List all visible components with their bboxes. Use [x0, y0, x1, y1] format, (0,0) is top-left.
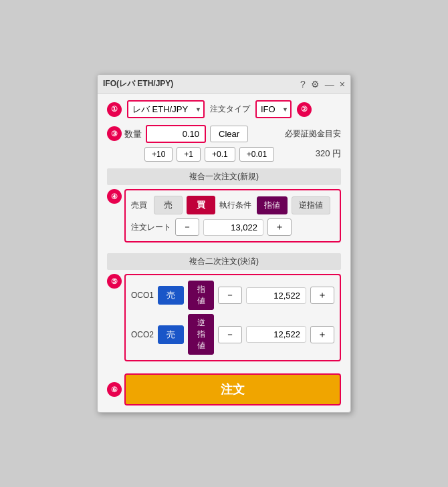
- row-quantity-outer: ③ 数量 Clear 必要証拠金目安 +10 +1 +0.1 +0.01: [107, 125, 341, 164]
- circle-6: ⑥: [107, 382, 122, 397]
- rate-plus-button[interactable]: ＋: [267, 218, 292, 236]
- section-5-outer: ⑤ OCO1 売 指値 － ＋ OCO2 売 逆指値 －: [107, 274, 341, 368]
- title-bar: IFO(レバ ETH/JPY) ? ⚙ — ×: [98, 75, 350, 94]
- quantity-label: 数量: [124, 128, 142, 140]
- symbol-select[interactable]: レバ ETH/JPY: [127, 100, 205, 118]
- oco1-sell-button[interactable]: 売: [158, 286, 184, 305]
- content-area: ① レバ ETH/JPY 注文タイプ IFO ② ③ 数量 Clear: [98, 94, 350, 412]
- sell-button[interactable]: 売: [154, 196, 183, 214]
- gyaku-button[interactable]: 逆指値: [292, 196, 330, 214]
- quick-add-0-1[interactable]: +0.1: [205, 147, 235, 162]
- oco1-sashine-button[interactable]: 指値: [188, 281, 214, 310]
- row-quantity: 数量 Clear 必要証拠金目安: [124, 125, 341, 143]
- oco1-row: OCO1 売 指値 － ＋: [131, 281, 334, 310]
- rate-input[interactable]: [203, 219, 263, 236]
- circle-4: ④: [107, 189, 122, 204]
- circle-1: ①: [107, 102, 122, 117]
- main-window: IFO(レバ ETH/JPY) ? ⚙ — × ① レバ ETH/JPY 注文タ…: [97, 74, 351, 413]
- oco1-minus-button[interactable]: －: [218, 287, 242, 304]
- buy-sell-row: 売買 売 買 執行条件 指値 逆指値: [131, 196, 334, 214]
- order-type-select-wrapper[interactable]: IFO: [255, 100, 292, 118]
- clear-button[interactable]: Clear: [210, 126, 248, 142]
- primary-order-section: 売買 売 買 執行条件 指値 逆指値 注文レート － ＋: [124, 189, 341, 242]
- secondary-order-header: 複合二次注文(決済): [107, 253, 341, 270]
- order-type-select[interactable]: IFO: [255, 100, 292, 118]
- oco1-plus-button[interactable]: ＋: [310, 287, 334, 304]
- oco2-row: OCO2 売 逆指値 － ＋: [131, 314, 334, 355]
- oco2-gyaku-button[interactable]: 逆指値: [188, 314, 214, 355]
- margin-info-block: 必要証拠金目安: [285, 128, 341, 140]
- rate-minus-button[interactable]: －: [175, 218, 199, 236]
- quick-add-buttons: +10 +1 +0.1 +0.01: [144, 147, 274, 162]
- margin-amount: 320 円: [316, 148, 341, 160]
- sashine-button[interactable]: 指値: [257, 196, 288, 214]
- quick-margin-row: +10 +1 +0.1 +0.01 320 円: [124, 147, 341, 164]
- exec-cond-label: 執行条件: [219, 200, 253, 211]
- title-bar-controls: ? ⚙ — ×: [300, 79, 345, 90]
- primary-order-header: 複合一次注文(新規): [107, 168, 341, 185]
- symbol-select-wrapper[interactable]: レバ ETH/JPY: [127, 100, 205, 118]
- buysell-label: 売買: [131, 200, 150, 211]
- oco2-label: OCO2: [131, 330, 154, 339]
- section-4-outer: ④ 売買 売 買 執行条件 指値 逆指値 注文レート － ＋: [107, 189, 341, 248]
- order-button[interactable]: 注文: [124, 373, 341, 405]
- minimize-icon[interactable]: —: [325, 79, 334, 90]
- oco2-plus-button[interactable]: ＋: [310, 326, 334, 343]
- circle-5: ⑤: [107, 274, 122, 289]
- oco1-rate-input[interactable]: [246, 287, 306, 304]
- close-icon[interactable]: ×: [340, 79, 345, 90]
- oco2-rate-input[interactable]: [246, 326, 306, 343]
- oco2-minus-button[interactable]: －: [218, 326, 242, 343]
- help-icon[interactable]: ?: [300, 79, 306, 90]
- quick-add-10[interactable]: +10: [144, 147, 173, 162]
- circle-2: ②: [297, 102, 312, 117]
- quantity-input[interactable]: [146, 125, 206, 143]
- quick-add-1[interactable]: +1: [177, 147, 201, 162]
- oco2-sell-button[interactable]: 売: [158, 325, 184, 344]
- quick-add-0-01[interactable]: +0.01: [239, 147, 274, 162]
- section-6-outer: ⑥ 注文: [107, 373, 341, 405]
- row-quantity-inner: 数量 Clear 必要証拠金目安 +10 +1 +0.1 +0.01 320 円: [124, 125, 341, 164]
- rate-label: 注文レート: [131, 222, 171, 233]
- order-btn-wrap: 注文: [124, 373, 341, 405]
- circle-3: ③: [107, 126, 122, 141]
- window-title: IFO(レバ ETH/JPY): [103, 78, 173, 90]
- oco1-label: OCO1: [131, 291, 154, 300]
- buy-button[interactable]: 買: [187, 196, 215, 214]
- order-type-label: 注文タイプ: [210, 104, 250, 115]
- margin-label: 必要証拠金目安: [285, 128, 341, 140]
- secondary-order-section: OCO1 売 指値 － ＋ OCO2 売 逆指値 － ＋: [124, 274, 341, 361]
- rate-row: 注文レート － ＋: [131, 218, 334, 236]
- settings-icon[interactable]: ⚙: [311, 79, 320, 90]
- row-symbol-ordertype: ① レバ ETH/JPY 注文タイプ IFO ②: [107, 100, 341, 118]
